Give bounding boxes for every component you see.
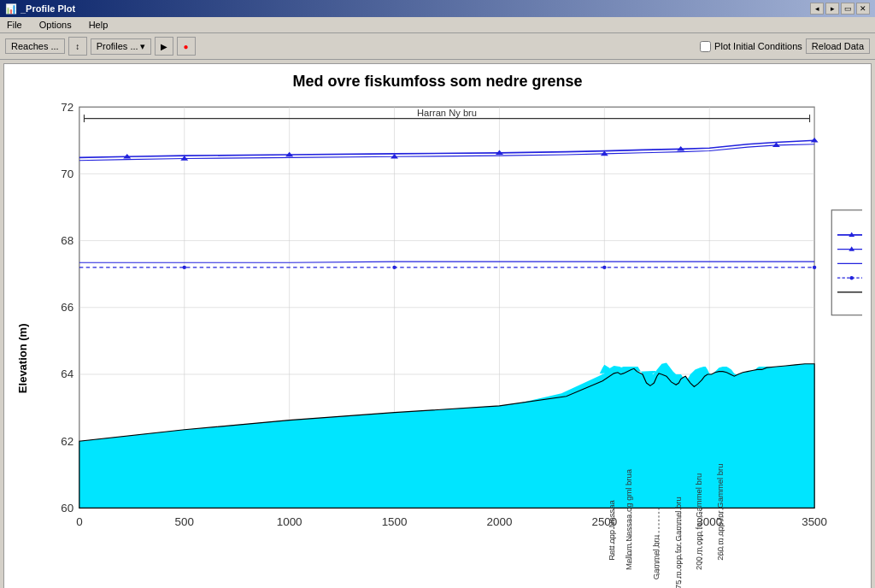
chart-container: Med ovre fiskumfoss som nedre grense Ele… [4,64,871,588]
profiles-label: Profiles ... [97,41,138,51]
app-icon: 📊 [5,3,17,15]
menu-file[interactable]: File [3,19,26,31]
menu-options[interactable]: Options [36,19,75,31]
svg-text:200 m opp for Gammel bru: 200 m opp for Gammel bru [694,473,703,570]
close-button[interactable]: ✕ [856,3,870,15]
maximize-button[interactable]: ▸ [825,3,839,15]
chart-inner: 72 70 68 66 64 62 60 0 500 1000 1500 200… [32,97,862,588]
svg-text:64: 64 [61,368,73,380]
play-icon: ▶ [161,42,167,51]
title-bar-left: 📊 _Profile Plot [5,3,75,15]
svg-text:3500: 3500 [802,515,827,528]
svg-text:1500: 1500 [382,515,408,528]
record-icon: ● [184,42,189,51]
y-axis-label: Elevation (m) [13,97,32,588]
restore-button[interactable]: ▭ [841,3,854,15]
reload-button[interactable]: Reload Data [806,38,870,54]
reload-label: Reload Data [812,41,864,51]
svg-text:72: 72 [61,101,73,114]
sort-icon: ↕ [75,42,79,51]
svg-text:75 m opp for Gammel bru: 75 m opp for Gammel bru [673,497,683,588]
svg-text:1000: 1000 [277,515,302,528]
menu-help[interactable]: Help [85,19,112,31]
window-controls: ◂ ▸ ▭ ✕ [810,3,870,15]
minimize-button[interactable]: ◂ [810,3,824,15]
svg-text:68: 68 [61,234,73,247]
svg-point-69 [849,276,853,279]
svg-point-43 [392,266,396,269]
svg-text:2000: 2000 [487,515,513,528]
menu-bar: File Options Help [0,17,875,33]
svg-text:Gammel bru: Gammel bru [651,535,661,579]
svg-point-45 [813,266,816,269]
plot-initial-area: Plot Initial Conditions [700,41,802,52]
chart-area: Elevation (m) [13,97,862,588]
svg-text:70: 70 [61,168,73,180]
title-bar: 📊 _Profile Plot ◂ ▸ ▭ ✕ [0,0,875,17]
plot-initial-label: Plot Initial Conditions [714,41,802,51]
dropdown-icon: ▾ [140,41,145,52]
svg-text:0: 0 [76,515,82,528]
toolbar: Reaches ... ↕ Profiles ... ▾ ▶ ● Plot In… [0,33,875,60]
svg-text:Harran Ny bru: Harran Ny bru [417,108,477,118]
play-button[interactable]: ▶ [155,37,173,56]
svg-point-44 [602,266,606,269]
svg-rect-58 [831,210,862,315]
chart-svg: 72 70 68 66 64 62 60 0 500 1000 1500 200… [32,97,862,588]
reaches-label: Reaches ... [11,41,59,51]
svg-text:Mellom Nessaa og gml brua: Mellom Nessaa og gml brua [624,468,633,570]
svg-text:66: 66 [61,301,73,314]
record-button[interactable]: ● [177,37,196,56]
chart-title: Med ovre fiskumfoss som nedre grense [13,73,862,91]
main-content: Med ovre fiskumfoss som nedre grense Ele… [3,63,872,588]
svg-text:260 m opp for Gammel bru: 260 m opp for Gammel bru [715,464,725,561]
reaches-button[interactable]: Reaches ... [5,38,65,54]
plot-initial-checkbox[interactable] [700,41,711,52]
svg-text:500: 500 [175,515,194,528]
svg-text:Rett opp Nessaa: Rett opp Nessaa [607,499,616,560]
svg-text:60: 60 [61,502,73,514]
svg-text:62: 62 [61,435,73,448]
window-title: _Profile Plot [21,3,75,14]
svg-point-42 [183,266,186,269]
profiles-button[interactable]: Profiles ... ▾ [91,38,151,55]
sort-button[interactable]: ↕ [68,37,87,56]
